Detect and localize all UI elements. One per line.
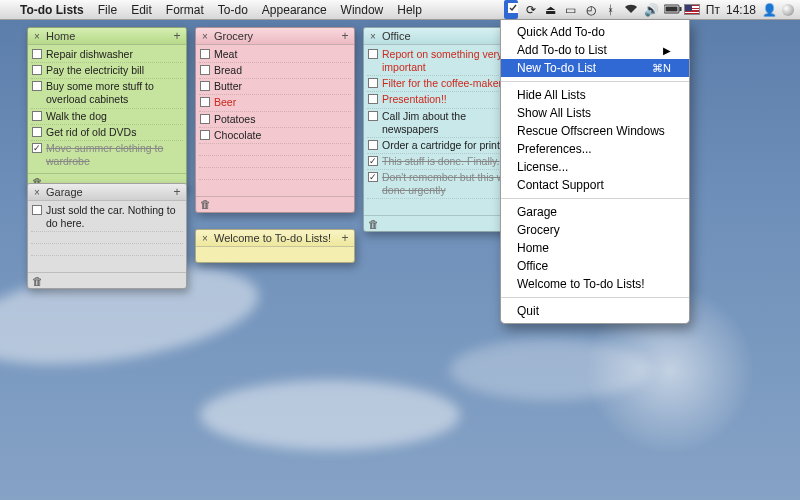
note-header[interactable]: ×Office+ — [364, 28, 522, 45]
menu-item[interactable]: Grocery — [501, 221, 689, 239]
checkbox[interactable] — [32, 65, 42, 75]
note-welcome[interactable]: ×Welcome to To-do Lists!+ — [195, 229, 355, 263]
checkbox[interactable] — [200, 130, 210, 140]
menu-item[interactable]: Add To-do to List▶ — [501, 41, 689, 59]
checkbox[interactable] — [32, 111, 42, 121]
note-grocery[interactable]: ×Grocery+MeatBreadButterBeerPotatoesChoc… — [195, 27, 355, 213]
checkbox[interactable] — [368, 78, 378, 88]
checkbox[interactable] — [368, 111, 378, 121]
add-icon[interactable]: + — [340, 31, 350, 41]
bluetooth-icon[interactable]: ᚼ — [604, 3, 618, 17]
note-header[interactable]: ×Welcome to To-do Lists!+ — [196, 230, 354, 247]
wifi-icon[interactable] — [624, 3, 638, 17]
checkbox[interactable] — [200, 49, 210, 59]
clock-time[interactable]: 14:18 — [726, 3, 756, 17]
menu-item[interactable]: Office — [501, 257, 689, 275]
checkbox[interactable] — [32, 49, 42, 59]
todo-tray-icon[interactable] — [504, 0, 518, 19]
close-icon[interactable]: × — [32, 31, 42, 41]
menu-item[interactable]: Quick Add To-do — [501, 23, 689, 41]
todo-row[interactable]: ✓Move summer clothing to wardrobe — [31, 141, 183, 169]
todo-row[interactable]: Meat — [199, 47, 351, 63]
checkbox[interactable] — [200, 81, 210, 91]
menu-format[interactable]: Format — [166, 3, 204, 17]
todo-row[interactable]: Potatoes — [199, 112, 351, 128]
note-garage[interactable]: ×Garage+Just sold the car. Nothing to do… — [27, 183, 187, 289]
add-icon[interactable]: + — [172, 187, 182, 197]
checkbox[interactable] — [200, 97, 210, 107]
todo-row[interactable]: Order a cartridge for printer — [367, 138, 519, 154]
menu-item[interactable]: Contact Support — [501, 176, 689, 194]
checkbox[interactable]: ✓ — [32, 143, 42, 153]
menu-help[interactable]: Help — [397, 3, 422, 17]
menu-item[interactable]: Quit — [501, 302, 689, 320]
todo-row[interactable]: Walk the dog — [31, 109, 183, 125]
menu-edit[interactable]: Edit — [131, 3, 152, 17]
todo-row[interactable]: Butter — [199, 79, 351, 95]
todo-row[interactable]: ✓This stuff is done. Finally. — [367, 154, 519, 170]
input-source-flag-icon[interactable] — [684, 4, 700, 15]
menu-item[interactable]: Welcome to To-do Lists! — [501, 275, 689, 293]
note-header[interactable]: ×Grocery+ — [196, 28, 354, 45]
trash-icon[interactable]: 🗑 — [32, 275, 43, 287]
checkbox[interactable] — [200, 114, 210, 124]
menu-appearance[interactable]: Appearance — [262, 3, 327, 17]
checkbox[interactable]: ✓ — [368, 156, 378, 166]
todo-row[interactable]: Filter for the coffee-maker — [367, 76, 519, 92]
checkbox[interactable] — [32, 127, 42, 137]
app-title[interactable]: To-do Lists — [20, 3, 84, 17]
checkbox[interactable] — [32, 205, 42, 215]
todo-row[interactable]: Repair dishwasher — [31, 47, 183, 63]
clock-day[interactable]: Пт — [706, 3, 720, 17]
battery-icon[interactable] — [664, 3, 678, 17]
volume-icon[interactable]: 🔊 — [644, 3, 658, 17]
checkbox[interactable] — [200, 65, 210, 75]
todo-row[interactable]: Buy some more stuff to overload cabinets — [31, 79, 183, 108]
note-header[interactable]: ×Home+ — [28, 28, 186, 45]
todo-row[interactable]: Just sold the car. Nothing to do here. — [31, 203, 183, 232]
todo-row[interactable]: Presentation!! — [367, 92, 519, 108]
close-icon[interactable]: × — [200, 31, 210, 41]
menu-item[interactable]: Preferences... — [501, 140, 689, 158]
trash-icon[interactable]: 🗑 — [200, 198, 211, 210]
todo-text: Butter — [214, 80, 350, 93]
timemachine-icon[interactable]: ◴ — [584, 3, 598, 17]
note-header[interactable]: ×Garage+ — [28, 184, 186, 201]
menu-file[interactable]: File — [98, 3, 117, 17]
close-icon[interactable]: × — [368, 31, 378, 41]
todo-row[interactable]: Call Jim about the newspapers — [367, 109, 519, 138]
menu-item[interactable]: License... — [501, 158, 689, 176]
menu-item[interactable]: Home — [501, 239, 689, 257]
trash-icon[interactable]: 🗑 — [368, 218, 379, 230]
close-icon[interactable]: × — [32, 187, 42, 197]
checkbox[interactable] — [368, 49, 378, 59]
menu-item[interactable]: New To-do List⌘N — [501, 59, 689, 77]
add-icon[interactable]: + — [340, 233, 350, 243]
eject-icon[interactable]: ⏏ — [544, 3, 558, 17]
menu-window[interactable]: Window — [341, 3, 384, 17]
spotlight-icon[interactable] — [782, 4, 794, 16]
note-office[interactable]: ×Office+Report on something very importa… — [363, 27, 523, 232]
todo-row[interactable]: Bread — [199, 63, 351, 79]
todo-row[interactable]: Pay the electricity bill — [31, 63, 183, 79]
sync-icon[interactable]: ⟳ — [524, 3, 538, 17]
todo-row[interactable]: Report on something very important — [367, 47, 519, 76]
menu-todo[interactable]: To-do — [218, 3, 248, 17]
todo-row[interactable]: Beer — [199, 95, 351, 111]
todo-row[interactable]: ✓Don't remember but this was done urgent… — [367, 170, 519, 199]
todo-row[interactable]: Chocolate — [199, 128, 351, 144]
user-icon[interactable]: 👤 — [762, 3, 776, 17]
checkbox[interactable] — [32, 81, 42, 91]
add-icon[interactable]: + — [172, 31, 182, 41]
display-icon[interactable]: ▭ — [564, 3, 578, 17]
checkbox[interactable] — [368, 94, 378, 104]
menu-item[interactable]: Garage — [501, 203, 689, 221]
menu-item[interactable]: Show All Lists — [501, 104, 689, 122]
todo-row[interactable]: Get rid of old DVDs — [31, 125, 183, 141]
menu-item[interactable]: Rescue Offscreen Windows — [501, 122, 689, 140]
note-home[interactable]: ×Home+Repair dishwasherPay the electrici… — [27, 27, 187, 190]
checkbox[interactable] — [368, 140, 378, 150]
menu-item[interactable]: Hide All Lists — [501, 86, 689, 104]
close-icon[interactable]: × — [200, 233, 210, 243]
checkbox[interactable]: ✓ — [368, 172, 378, 182]
